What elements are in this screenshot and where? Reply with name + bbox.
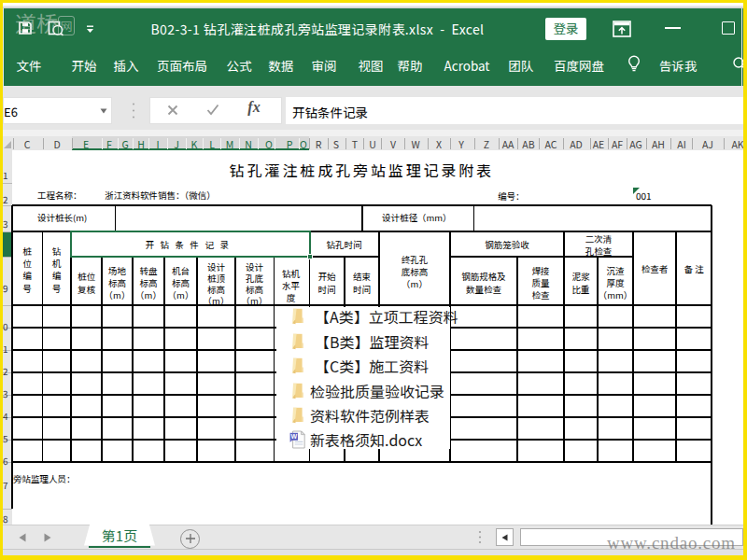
svg-text:W: W	[290, 433, 297, 440]
